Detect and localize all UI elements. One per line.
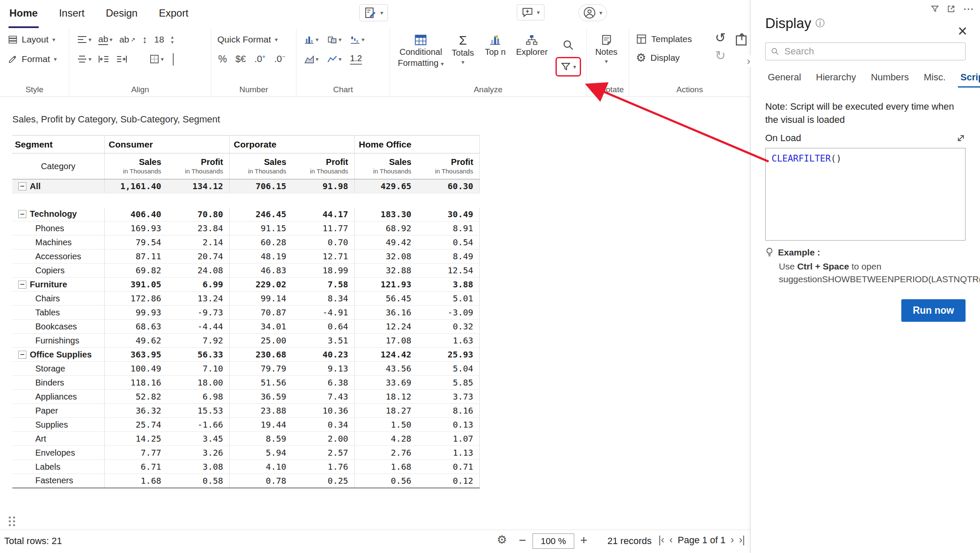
increase-decimal-button[interactable]: .0+ — [254, 53, 266, 65]
ribbon-tab[interactable]: Home — [9, 0, 39, 28]
table-row[interactable]: Fasteners 1.68 0.58 0.78 0.25 0.56 0.12 — [12, 474, 479, 488]
measure-header-profit[interactable]: Profitin Thousands — [292, 153, 354, 179]
measure-header-sales[interactable]: Salesin Thousands — [104, 153, 167, 179]
zoom-control[interactable] — [533, 533, 574, 549]
last-page-icon[interactable]: ›| — [739, 534, 745, 546]
run-now-button[interactable]: Run now — [901, 299, 966, 322]
table-row[interactable]: Chairs 172.86 13.24 99.14 8.34 56.45 5.0… — [12, 292, 479, 306]
text-style-button[interactable]: ab ▾ — [98, 34, 112, 45]
increase-indent-button[interactable] — [116, 54, 127, 64]
zoom-out-button[interactable]: − — [519, 533, 526, 547]
area-chart-button[interactable]: ▾ — [304, 54, 319, 64]
table-row[interactable]: Tables 99.93 -9.73 70.87 -4.91 36.16 -3.… — [12, 306, 479, 320]
table-row[interactable]: Paper 36.32 15.53 23.88 10.36 18.27 8.16 — [12, 404, 479, 418]
prev-page-icon[interactable]: ‹ — [669, 534, 673, 546]
segment-header-home-office[interactable]: Home Office — [354, 136, 479, 153]
segment-header-consumer[interactable]: Consumer — [104, 136, 229, 153]
table-row[interactable]: Machines 79.54 2.14 60.28 0.70 49.42 0.5… — [12, 235, 479, 250]
text-rotate-button[interactable]: ab ↗ — [119, 34, 135, 45]
edit-tool-button[interactable]: ▾ — [359, 4, 388, 21]
table-row[interactable]: Phones 169.93 23.84 91.15 11.77 68.92 8.… — [12, 221, 479, 235]
table-row[interactable]: Furnishings 49.62 7.92 25.00 3.51 17.08 … — [12, 334, 479, 348]
totals-button[interactable]: Σ Totals ▾ — [449, 32, 477, 65]
expand-editor-icon[interactable] — [956, 133, 966, 143]
comment-tool-button[interactable]: ▾ — [517, 4, 544, 20]
combo-chart-button[interactable]: ▾ — [327, 35, 342, 44]
settings-gear-icon[interactable]: ⚙ — [497, 534, 507, 546]
conditional-formatting-button[interactable]: Conditional Formatting ▾ — [396, 32, 446, 68]
panel-search[interactable] — [765, 43, 966, 60]
table-row[interactable]: Supplies 25.74 -1.66 19.44 0.34 1.50 0.1… — [12, 418, 479, 432]
table-row-total[interactable]: All 1,161.40 134.12 706.15 91.98 429.65 … — [12, 179, 479, 193]
account-button[interactable]: ▾ — [578, 4, 607, 21]
drag-handle-icon[interactable] — [8, 516, 16, 527]
popout-icon[interactable] — [947, 5, 955, 13]
panel-tab[interactable]: Numbers — [868, 71, 911, 88]
measure-header-sales[interactable]: Salesin Thousands — [354, 153, 417, 179]
table-row[interactable]: Appliances 52.82 6.98 36.59 7.43 18.12 3… — [12, 390, 479, 404]
display-button[interactable]: ⚙ Display — [629, 48, 750, 67]
more-options-icon[interactable]: ⋯ — [963, 3, 974, 14]
vertical-align-button[interactable]: ▾ — [77, 54, 91, 64]
decrease-decimal-button[interactable]: .0− — [274, 53, 285, 65]
row-height-button[interactable]: ↕ — [142, 34, 148, 45]
table-row[interactable]: Furniture 391.05 6.99 229.02 7.58 121.93… — [12, 278, 479, 292]
table-row[interactable]: Copiers 69.82 24.08 46.83 18.99 32.88 12… — [12, 264, 479, 278]
collapse-icon[interactable] — [18, 210, 26, 218]
collapse-icon[interactable] — [18, 351, 26, 359]
horizontal-align-button[interactable]: ▾ — [77, 35, 91, 44]
waterfall-chart-button[interactable]: ▾ — [350, 35, 365, 44]
segment-header-corporate[interactable]: Corporate — [229, 136, 354, 153]
measure-header-profit[interactable]: Profitin Thousands — [417, 153, 479, 179]
export-partial-icon[interactable] — [735, 32, 749, 47]
info-icon[interactable]: ⓘ — [815, 17, 825, 30]
font-size-value[interactable]: 18 — [154, 34, 164, 45]
format-button[interactable]: Format ▾ — [0, 49, 69, 69]
layout-button[interactable]: Layout ▾ — [0, 30, 69, 49]
table-row[interactable]: Envelopes 7.77 3.26 5.94 2.57 2.76 1.13 — [12, 446, 479, 460]
redo-icon[interactable]: ↻ — [715, 49, 726, 62]
next-page-icon[interactable]: › — [731, 534, 734, 546]
panel-collapse-icon[interactable]: › — [745, 55, 752, 67]
panel-tab[interactable]: Scripting — [958, 71, 980, 88]
script-editor[interactable]: CLEARFILTER() — [765, 148, 966, 241]
notes-button[interactable]: Notes ▾ — [587, 32, 626, 64]
measure-header-sales[interactable]: Salesin Thousands — [229, 153, 292, 179]
panel-tab[interactable]: Misc. — [921, 71, 948, 88]
ribbon-tab[interactable]: Design — [105, 0, 139, 28]
explorer-button[interactable]: Explorer — [514, 32, 550, 57]
collapse-icon[interactable] — [18, 281, 26, 289]
table-row[interactable]: Accessories 87.11 20.74 48.19 12.71 32.0… — [12, 250, 479, 264]
table-row[interactable]: Art 14.25 3.45 8.59 2.00 4.28 1.07 — [12, 432, 479, 446]
table-row[interactable]: Labels 6.71 3.08 4.10 1.76 1.68 0.71 — [12, 460, 479, 474]
number-labels-button[interactable]: 1.2 — [350, 54, 362, 65]
table-row[interactable]: Technology 406.40 70.80 246.45 44.17 183… — [12, 207, 479, 221]
undo-icon[interactable]: ↺ — [715, 31, 726, 44]
bar-chart-button[interactable]: ▾ — [304, 35, 319, 44]
text-cursor-button[interactable]: │ — [171, 53, 177, 65]
collapse-icon[interactable] — [18, 182, 26, 190]
first-page-icon[interactable]: |‹ — [658, 534, 664, 546]
table-row[interactable]: Bookcases 68.63 -4.44 34.01 0.64 12.24 0… — [12, 320, 479, 334]
table-row[interactable]: Office Supplies 363.95 56.33 230.68 40.2… — [12, 348, 479, 362]
top-n-button[interactable]: Top n — [480, 32, 510, 57]
ribbon-tab[interactable]: Insert — [58, 0, 85, 28]
search-icon[interactable] — [562, 39, 574, 51]
panel-tab[interactable]: Hierarchy — [813, 71, 858, 88]
panel-tab[interactable]: General — [765, 71, 803, 88]
measure-header-profit[interactable]: Profitin Thousands — [167, 153, 229, 179]
borders-button[interactable]: ▾ — [149, 54, 164, 64]
decrease-indent-button[interactable] — [98, 54, 109, 64]
font-size-stepper[interactable]: ▴ ▾ — [171, 34, 174, 45]
currency-format-button[interactable]: $€ — [235, 54, 245, 65]
templates-button[interactable]: Templates — [629, 30, 750, 48]
filter-button[interactable]: ▾ — [556, 57, 581, 77]
window-filter-icon[interactable] — [931, 5, 939, 13]
percent-format-button[interactable]: % — [218, 54, 227, 65]
quick-format-dropdown[interactable]: Quick Format ▾ — [211, 30, 296, 49]
search-input[interactable] — [783, 45, 960, 57]
zoom-in-button[interactable]: + — [580, 533, 587, 547]
ribbon-tab[interactable]: Export — [158, 0, 189, 28]
zoom-input[interactable] — [536, 536, 571, 547]
table-row[interactable]: Binders 118.16 18.00 51.56 6.38 33.69 5.… — [12, 376, 479, 390]
